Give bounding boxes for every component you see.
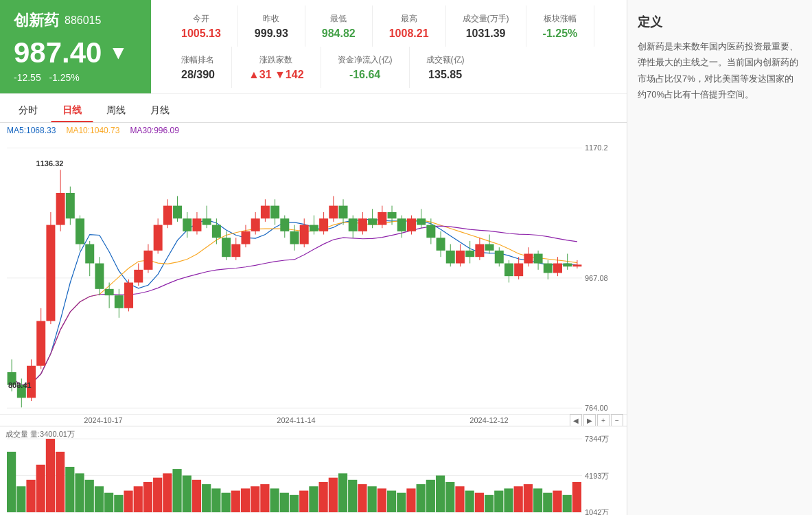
rank-value: 28/390: [181, 69, 215, 81]
x-label-3: 2024-12-12: [469, 416, 508, 424]
prev-button[interactable]: ◀: [570, 414, 582, 426]
stock-price: 987.40 ▼: [14, 36, 137, 69]
price-value: 987.40: [14, 36, 102, 69]
header: 创新药 886015 987.40 ▼ -12.55 -1.25% 今开 100…: [0, 0, 627, 94]
stat-yesterday-close: 昨收 999.93: [238, 5, 305, 47]
chart-area: 2024-10-17 2024-11-14 2024-12-12 ◀ ▶ + −…: [0, 138, 627, 515]
stat-today-open: 今开 1005.13: [165, 5, 238, 47]
volume-value: 1031.39: [466, 27, 506, 40]
stat-volume: 成交量(万手) 1031.39: [446, 5, 526, 47]
zoom-in-button[interactable]: +: [597, 414, 610, 426]
tab-fenshi[interactable]: 分时: [7, 100, 49, 122]
yesterday-close-label: 昨收: [263, 13, 279, 25]
volume-label-text: 成交量(万手): [463, 13, 509, 25]
stock-name-code: 创新药 886015: [14, 10, 137, 31]
stock-info-left: 创新药 886015 987.40 ▼ -12.55 -1.25%: [0, 0, 151, 93]
tab-monthly[interactable]: 月线: [139, 100, 181, 122]
high-label: 最高: [401, 13, 417, 25]
fund-flow-label: 资金净流入(亿): [338, 54, 393, 66]
ma-legend: MA5:1068.33 MA10:1040.73 MA30:996.09: [0, 123, 627, 138]
high-value: 1008.21: [389, 27, 429, 40]
chart-nav-controls: ◀ ▶ + −: [570, 414, 623, 426]
today-open-value: 1005.13: [181, 27, 221, 40]
block-change-label: 板块涨幅: [544, 13, 577, 25]
tab-weekly[interactable]: 周线: [95, 100, 137, 122]
x-axis: 2024-10-17 2024-11-14 2024-12-12: [0, 415, 627, 426]
tab-daily[interactable]: 日线: [51, 100, 93, 122]
low-label: 最低: [330, 13, 347, 25]
definition-text: 创新药是未来数年国内医药投资最重要、弹性最大的主线之一。当前国内创新药的市场占比…: [638, 38, 802, 103]
right-panel: 定义 创新药是未来数年国内医药投资最重要、弹性最大的主线之一。当前国内创新药的市…: [627, 0, 812, 515]
down-arrow-icon: ▼: [108, 42, 128, 64]
stat-low: 最低 984.82: [305, 5, 373, 47]
turnover-label: 成交额(亿): [426, 54, 465, 66]
stat-turnover: 成交额(亿) 135.85: [410, 47, 481, 88]
zoom-out-button[interactable]: −: [611, 414, 623, 426]
updown-label: 涨跌家数: [259, 54, 292, 66]
change-pct: -1.25%: [49, 72, 79, 83]
stat-updown: 涨跌家数 ▲31 ▼142: [232, 47, 321, 88]
turnover-value: 135.85: [428, 69, 462, 81]
fund-flow-value: -16.64: [349, 69, 380, 81]
block-change-value: -1.25%: [543, 27, 578, 40]
x-label-1: 2024-10-17: [84, 416, 122, 424]
ma10-label: MA10:1040.73: [66, 126, 119, 135]
definition-title: 定义: [638, 14, 802, 30]
chart-tabs: 分时 日线 周线 月线: [0, 94, 627, 123]
volume-canvas: [0, 426, 627, 515]
stat-rank: 涨幅排名 28/390: [165, 47, 232, 88]
volume-amount-label: 成交量 量:3400.01万: [5, 429, 75, 439]
rank-label: 涨幅排名: [181, 54, 214, 66]
today-open-label: 今开: [193, 13, 209, 25]
low-value: 984.82: [322, 27, 356, 40]
stat-high: 最高 1008.21: [373, 5, 446, 47]
stat-fund-flow: 资金净流入(亿) -16.64: [321, 47, 410, 88]
stat-block-change: 板块涨幅 -1.25%: [526, 5, 595, 47]
stock-name: 创新药: [14, 10, 59, 31]
stock-stats: 今开 1005.13 昨收 999.93 最低 984.82 最高 1008.2…: [151, 0, 627, 93]
yesterday-close-value: 999.93: [255, 27, 288, 40]
ma5-label: MA5:1068.33: [7, 126, 56, 135]
x-label-2: 2024-11-14: [277, 416, 315, 424]
stock-change: -12.55 -1.25%: [14, 72, 137, 83]
candlestick-container: [0, 138, 627, 414]
stock-code: 886015: [65, 14, 101, 27]
updown-value: ▲31 ▼142: [248, 69, 304, 81]
next-button[interactable]: ▶: [583, 414, 596, 426]
change-value: -12.55: [14, 72, 41, 83]
ma30-label: MA30:996.09: [130, 126, 178, 135]
candlestick-chart: [0, 138, 627, 414]
volume-chart: 成交量 量:3400.01万: [0, 426, 627, 515]
